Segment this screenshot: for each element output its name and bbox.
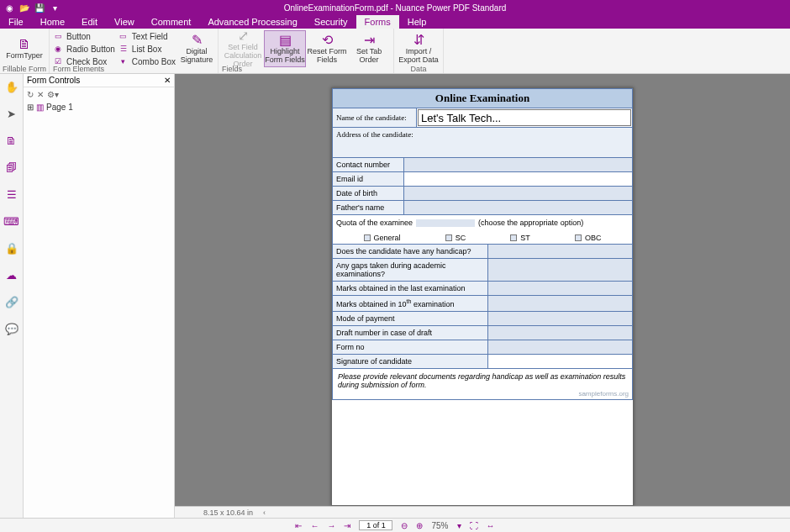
ribbon: 🗎 FormTyper Fillable Form ▭Button ◉Radio… (0, 29, 790, 74)
group-data-label: Data (411, 65, 427, 73)
quota-field[interactable] (416, 219, 475, 227)
prev-page-icon[interactable]: ← (310, 521, 319, 530)
marks10-label: Marks obtained in 10th examination (333, 296, 488, 311)
page-input[interactable] (359, 520, 392, 530)
watermark: sampleforms.org (578, 390, 629, 398)
payment-field[interactable] (488, 312, 632, 325)
handicap-field[interactable] (488, 245, 632, 258)
opt-st[interactable]: ST (510, 234, 530, 242)
menu-view[interactable]: View (106, 15, 143, 29)
first-page-icon[interactable]: ⇤ (295, 521, 302, 530)
draft-field[interactable] (488, 326, 632, 340)
btn-digital-signature[interactable]: ✎ Digital Signature (179, 30, 214, 67)
btn-highlight-fields[interactable]: ▤ Highlight Form Fields (264, 30, 306, 67)
checkbox-icon[interactable] (445, 234, 452, 241)
typewriter-icon[interactable]: ⌨ (4, 213, 19, 229)
zoom-in-icon[interactable]: ⊕ (416, 521, 423, 530)
window-title: OnlineExaminationForm.pdf - Nuance Power… (284, 3, 507, 13)
link-icon[interactable]: 🔗 (4, 294, 19, 309)
expand-icon[interactable]: ✕ (37, 90, 44, 99)
contact-field[interactable] (404, 158, 632, 171)
checkbox-icon[interactable] (510, 234, 517, 241)
arrow-icon[interactable]: ➤ (4, 106, 19, 121)
zoom-level[interactable]: 75% (431, 521, 448, 530)
marks-10-field[interactable] (488, 296, 632, 311)
note-icon[interactable]: 💬 (4, 321, 19, 336)
fit-page-icon[interactable]: ⛶ (470, 521, 478, 530)
menu-forms[interactable]: Forms (356, 15, 399, 29)
signature-label: Digital Signature (181, 48, 213, 65)
fit-width-icon[interactable]: ↔ (487, 521, 495, 530)
form-controls-panel: Form Controls ✕ ↻ ✕ ⚙▾ ⊞ ▥ Page 1 (24, 74, 175, 518)
formno-field[interactable] (488, 340, 632, 354)
btn-combobox[interactable]: ▾Combo Box (118, 55, 176, 67)
page-dims: 8.15 x 10.64 in (203, 508, 253, 517)
btn-reset-fields[interactable]: ⟲ Reset Form Fields (306, 30, 348, 67)
name-input[interactable] (418, 109, 631, 126)
open-icon[interactable]: 📂 (18, 2, 30, 13)
checkbox-icon[interactable] (575, 234, 582, 241)
btn-radio[interactable]: ◉Radio Button (53, 43, 115, 55)
page-icon[interactable]: 🗎 (4, 133, 19, 148)
footer-note: Please provide relevant documents regard… (332, 369, 633, 400)
opt-obc[interactable]: OBC (575, 234, 602, 242)
menu-help[interactable]: Help (399, 15, 435, 29)
gaps-field[interactable] (488, 259, 632, 281)
reset-icon: ⟲ (322, 33, 333, 48)
listbox-icon: ☰ (118, 44, 129, 54)
group-data: ⇵ Import / Export Data Data (394, 29, 444, 73)
tree-row-page[interactable]: ⊞ ▥ Page 1 (27, 103, 171, 112)
row-draft: Draft number in case of draft (332, 326, 633, 340)
menu-advanced[interactable]: Advanced Processing (199, 15, 305, 29)
ruler-toggle-icon[interactable]: ‹ (263, 508, 266, 517)
father-field[interactable] (404, 201, 632, 214)
next-page-icon[interactable]: → (327, 521, 335, 530)
btn-textfield[interactable]: ▭Text Field (118, 30, 176, 42)
refresh-icon[interactable]: ↻ (27, 90, 34, 99)
last-page-icon[interactable]: ⇥ (344, 521, 350, 530)
checkbox-icon[interactable] (364, 234, 371, 241)
row-contact: Contact number (332, 158, 633, 172)
formtyper-icon: 🗎 (18, 37, 31, 52)
name-label: Name of the candidate: (333, 108, 417, 127)
save-icon[interactable]: 💾 (34, 2, 45, 13)
menu-comment[interactable]: Comment (143, 15, 200, 29)
menu-home[interactable]: Home (32, 15, 73, 29)
form-title: Online Examination (332, 88, 633, 108)
hand-icon[interactable]: ✋ (4, 79, 19, 94)
row-marks-last: Marks obtained in the last examination (332, 282, 633, 296)
quota-label: Quota of the examinee (336, 219, 413, 227)
quick-access: ◉ 📂 💾 ▾ (0, 2, 61, 13)
expand-toggle[interactable]: ⊞ (27, 103, 34, 112)
close-icon[interactable]: ✕ (164, 76, 171, 85)
tree: ⊞ ▥ Page 1 (24, 101, 174, 113)
zoom-dropdown-icon[interactable]: ▾ (457, 521, 461, 530)
btn-button[interactable]: ▭Button (53, 30, 115, 42)
panel-tools: ↻ ✕ ⚙▾ (24, 87, 174, 101)
footer-text: Please provide relevant documents regard… (338, 372, 625, 389)
formtyper-button[interactable]: 🗎 FormTyper (3, 30, 45, 67)
btn-import-export[interactable]: ⇵ Import / Export Data (398, 30, 440, 67)
document-canvas[interactable]: Online Examination Name of the candidate… (175, 74, 790, 506)
opt-sc[interactable]: SC (445, 234, 466, 242)
menu-file[interactable]: File (0, 15, 32, 29)
menu-edit[interactable]: Edit (73, 15, 106, 29)
lock-icon[interactable]: 🔒 (4, 240, 19, 255)
address-label: Address of the candidate: (332, 128, 633, 158)
opt-general[interactable]: General (364, 234, 401, 242)
zoom-out-icon[interactable]: ⊖ (401, 521, 408, 530)
menu-security[interactable]: Security (306, 15, 356, 29)
doc-icon[interactable]: 🗐 (4, 160, 19, 175)
btn-listbox[interactable]: ☰List Box (118, 43, 176, 55)
dob-field[interactable] (404, 187, 632, 200)
gear-icon[interactable]: ⚙▾ (47, 90, 59, 99)
btn-tab-order[interactable]: ⇥ Set Tab Order (348, 30, 390, 67)
email-field[interactable] (404, 172, 632, 186)
form-icon[interactable]: ☰ (4, 187, 19, 202)
cloud-icon[interactable]: ☁ (4, 267, 19, 282)
signature-field[interactable] (488, 355, 632, 368)
row-email: Email id (332, 172, 633, 187)
dropdown-icon[interactable]: ▾ (49, 2, 61, 13)
status-bar: ⇤ ← → ⇥ ⊖ ⊕ 75% ▾ ⛶ ↔ (0, 518, 790, 532)
marks-last-field[interactable] (488, 282, 632, 295)
